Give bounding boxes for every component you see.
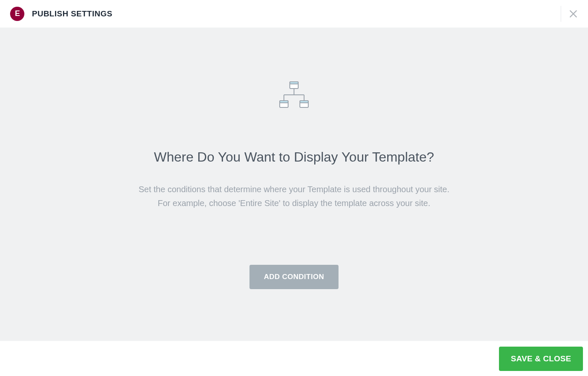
dialog-footer: SAVE & CLOSE — [0, 341, 588, 376]
dialog-header: E PUBLISH SETTINGS — [0, 0, 588, 28]
logo-letter: E — [15, 9, 19, 18]
svg-rect-5 — [300, 101, 308, 103]
elementor-logo: E — [10, 7, 24, 21]
header-divider — [561, 6, 561, 22]
dialog-title: PUBLISH SETTINGS — [32, 9, 113, 18]
description-line-2: For example, choose 'Entire Site' to dis… — [158, 198, 430, 208]
description-line-1: Set the conditions that determine where … — [139, 185, 449, 194]
save-close-button[interactable]: SAVE & CLOSE — [499, 347, 583, 371]
hierarchy-icon — [279, 81, 309, 111]
svg-rect-3 — [280, 101, 288, 103]
add-condition-button[interactable]: ADD CONDITION — [249, 265, 338, 289]
svg-rect-1 — [290, 82, 298, 84]
close-area — [561, 0, 588, 28]
dialog-content: Where Do You Want to Display Your Templa… — [0, 28, 588, 341]
description-text: Set the conditions that determine where … — [139, 183, 449, 210]
close-icon — [569, 9, 578, 18]
close-button[interactable] — [569, 9, 588, 18]
main-heading: Where Do You Want to Display Your Templa… — [154, 149, 434, 165]
